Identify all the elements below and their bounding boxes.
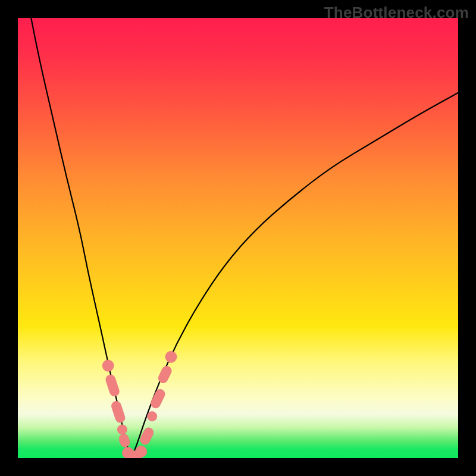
curve-layer [18, 18, 458, 458]
plot-area [18, 18, 458, 458]
marker-group [102, 351, 177, 458]
marker-circle [148, 412, 157, 421]
marker-pill [139, 426, 155, 446]
curve-group [31, 18, 458, 458]
svg-rect-4 [139, 426, 155, 446]
marker-circle [117, 425, 127, 434]
marker-pill [118, 433, 131, 448]
marker-pill [105, 374, 121, 397]
svg-rect-5 [149, 388, 167, 410]
marker-circle [102, 360, 114, 371]
marker-circle [136, 446, 147, 457]
svg-rect-0 [105, 374, 121, 397]
marker-circle [165, 351, 177, 362]
marker-pill [149, 388, 167, 410]
curve-right-curve [131, 93, 458, 458]
svg-rect-1 [110, 400, 126, 424]
outer-frame: TheBottleneck.com [0, 0, 476, 476]
marker-pill [110, 400, 126, 424]
svg-rect-2 [118, 433, 131, 448]
